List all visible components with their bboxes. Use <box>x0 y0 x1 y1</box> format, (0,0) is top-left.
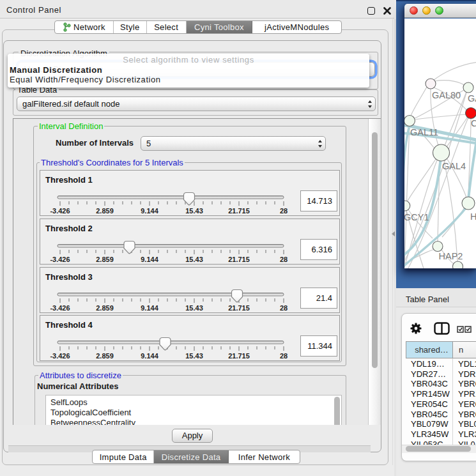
svg-text:28: 28 <box>280 207 288 215</box>
svg-text:9.144: 9.144 <box>141 352 158 360</box>
svg-text:21.715: 21.715 <box>228 304 250 312</box>
svg-text:GAL80: GAL80 <box>432 90 461 100</box>
svg-text:-3.426: -3.426 <box>50 352 70 360</box>
svg-text:C: C <box>471 118 476 128</box>
svg-text:-3.426: -3.426 <box>50 304 70 312</box>
svg-text:GA: GA <box>468 93 476 104</box>
svg-text:21.715: 21.715 <box>228 256 250 263</box>
svg-text:2.859: 2.859 <box>96 352 114 360</box>
svg-text:21.715: 21.715 <box>228 352 250 360</box>
svg-text:2.859: 2.859 <box>96 207 114 215</box>
svg-text:GAL11: GAL11 <box>410 127 438 137</box>
svg-text:GCY1: GCY1 <box>404 212 429 222</box>
svg-text:15.43: 15.43 <box>185 256 203 263</box>
svg-text:15.43: 15.43 <box>185 352 203 360</box>
svg-text:GAL4: GAL4 <box>442 161 466 171</box>
svg-text:9.144: 9.144 <box>141 207 158 215</box>
svg-text:HAP2: HAP2 <box>439 251 463 261</box>
svg-text:-3.426: -3.426 <box>50 256 70 263</box>
svg-text:28: 28 <box>280 304 288 312</box>
svg-text:9.144: 9.144 <box>141 304 158 312</box>
svg-text:-3.426: -3.426 <box>50 207 70 215</box>
svg-text:2.859: 2.859 <box>96 256 114 263</box>
svg-text:15.43: 15.43 <box>185 304 203 312</box>
svg-text:21.715: 21.715 <box>228 207 250 215</box>
svg-text:28: 28 <box>280 256 288 263</box>
svg-text:H: H <box>470 211 476 222</box>
svg-text:2.859: 2.859 <box>96 304 114 312</box>
svg-text:15.43: 15.43 <box>185 207 203 215</box>
svg-text:9.144: 9.144 <box>141 256 158 263</box>
svg-text:28: 28 <box>280 352 288 360</box>
